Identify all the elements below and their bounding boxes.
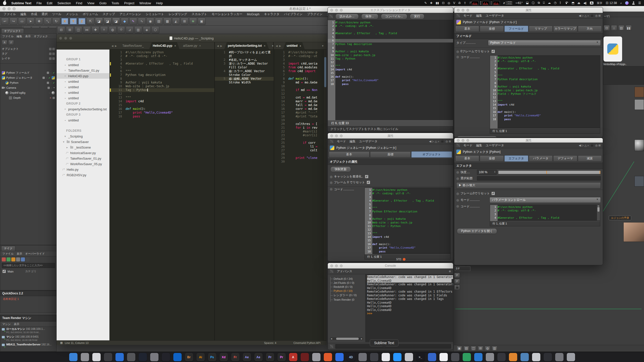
tab-nav-arrows[interactable]: ◀▶ bbox=[274, 42, 283, 49]
dock-app-icon[interactable] bbox=[439, 353, 448, 361]
editor-tab[interactable]: untitled● bbox=[283, 42, 305, 49]
status-icon[interactable]: ⬓ bbox=[526, 1, 529, 5]
take-main-label[interactable]: Main bbox=[8, 270, 14, 273]
c4d-tool-button[interactable]: ◈ bbox=[143, 26, 151, 33]
status-icon[interactable]: ❖ bbox=[430, 1, 433, 5]
c4d-window-controls[interactable] bbox=[3, 7, 16, 10]
c4d-tool-button[interactable]: ◉ bbox=[146, 18, 154, 25]
strip-button[interactable]: ▤ bbox=[464, 346, 469, 351]
console-log[interactable]: RemoteCodeRunner: code was changed in 1 … bbox=[366, 274, 453, 342]
status-icon[interactable]: ◎ bbox=[448, 1, 450, 5]
dock-app-icon[interactable]: Pr bbox=[277, 353, 286, 361]
teamrender-title[interactable]: Team Render マシン bbox=[0, 315, 56, 321]
teamrender-menu-item[interactable]: マシン bbox=[2, 322, 11, 326]
object-tree-row[interactable]: Python ::✓ bbox=[0, 80, 56, 85]
sublime-titlebar[interactable]: HelloC4D.pyp — _Scripting bbox=[57, 34, 327, 42]
attr-tab[interactable]: オブジェクト bbox=[411, 151, 452, 158]
apple-menu-icon[interactable] bbox=[3, 1, 6, 5]
console-tree-item[interactable]: Python (0 / 10) bbox=[331, 289, 365, 293]
fast-user-switch-icon[interactable] bbox=[632, 2, 635, 5]
take-search-input[interactable]: <<検索したい文字をここに入力>> bbox=[2, 263, 55, 268]
tab-nav-arrows[interactable]: ◀▶ bbox=[215, 42, 224, 49]
dock-app-icon[interactable]: >_ bbox=[416, 353, 425, 361]
sidebar-item[interactable]: ● untitled bbox=[57, 79, 109, 84]
mini-tool-button[interactable]: ▮▮ bbox=[626, 25, 632, 31]
spotlight-icon[interactable]: ⌕ bbox=[620, 1, 622, 5]
menubar-menu-item[interactable]: Window bbox=[139, 1, 151, 5]
attr-eff-code-editor[interactable]: 1#!/usr/bin/env python2# -*- coding: utf… bbox=[490, 205, 600, 221]
take-panel-tab[interactable]: テイク bbox=[1, 246, 15, 251]
c4d-tool-button[interactable]: ✚ bbox=[92, 26, 99, 33]
sidebar-item[interactable]: /* historicalSaver.py bbox=[57, 150, 109, 156]
attr-eff-check[interactable]: ◎フレーム0でリセット✓ bbox=[454, 190, 603, 196]
dock-app-icon[interactable]: Fr bbox=[231, 353, 239, 361]
objects-menu-item[interactable]: 編集 bbox=[17, 34, 22, 38]
dock-app-icon[interactable] bbox=[335, 353, 344, 361]
c4d-menu-item[interactable]: ツール bbox=[52, 12, 61, 16]
dock-app-icon[interactable] bbox=[451, 353, 459, 361]
object-state-icons[interactable]: ::✓ bbox=[43, 76, 56, 79]
attr-tab[interactable]: リマップ bbox=[529, 26, 553, 32]
dock-app-icon[interactable] bbox=[301, 353, 309, 361]
take-menu-item[interactable]: ファイル bbox=[2, 252, 14, 256]
input-source-badge[interactable]: A bbox=[590, 2, 593, 5]
attr-gen-object-row[interactable]: Python ジェネレータ [Python ジェネレータ] bbox=[328, 144, 453, 151]
c4d-menu-item[interactable]: アニメーション bbox=[119, 12, 141, 16]
c4d-menu-item[interactable]: MoGraph bbox=[247, 13, 260, 16]
dock-app-icon[interactable] bbox=[509, 353, 517, 361]
sidebar-item[interactable]: /* RGB2HSV.py bbox=[57, 172, 109, 178]
drag-grip-icon[interactable] bbox=[456, 144, 460, 147]
drag-grip-icon[interactable] bbox=[330, 269, 333, 273]
attr-field-code-editor[interactable]: 1#!/usr/bin/env python2# -*- coding: utf… bbox=[490, 56, 600, 128]
dock-app-icon[interactable] bbox=[463, 353, 471, 361]
take-icon-dark[interactable] bbox=[26, 257, 30, 261]
c4d-menu-item[interactable]: スナップ bbox=[103, 12, 115, 16]
editor-tab[interactable]: pertySelectorSetting.txt× bbox=[224, 42, 269, 49]
menubar-menu-item[interactable]: File bbox=[36, 1, 42, 5]
syntax-setting[interactable]: Cinema4d Python API bbox=[293, 341, 320, 344]
status-icon[interactable]: ⓘ bbox=[532, 1, 535, 5]
dock-app-icon[interactable]: 4D bbox=[347, 353, 355, 361]
strip-button[interactable]: ▣ bbox=[457, 346, 462, 351]
status-icon[interactable]: ▮▮ bbox=[436, 1, 439, 5]
dock-app-icon[interactable] bbox=[520, 353, 529, 361]
attr-eff-object-row[interactable]: Python エフェクタ [Python] bbox=[454, 148, 603, 155]
lock-button[interactable] bbox=[454, 285, 460, 290]
menubar-menu-item[interactable]: Project bbox=[124, 1, 134, 5]
mode-dropdown[interactable]: パラメータコントロール bbox=[490, 197, 601, 203]
expr-code-editor[interactable]: 1#!/usr/bin/env python2# -*- coding: utf… bbox=[328, 20, 453, 120]
console-tree-item[interactable]: Team Render (0 bbox=[331, 298, 365, 302]
menubar-app-name[interactable]: Sublime Text bbox=[11, 1, 31, 5]
attr-tab[interactable]: 座標 bbox=[370, 151, 411, 158]
python-preview-card[interactable] bbox=[603, 36, 622, 62]
attr-tab[interactable]: 減衰 bbox=[578, 155, 602, 162]
scene-thumbnail[interactable] bbox=[603, 66, 644, 85]
attr-nav-icons[interactable]: ◀ ▷ △ ⌕ ◎ ⊞ bbox=[579, 144, 601, 147]
c4d-tool-button[interactable]: Z bbox=[78, 18, 86, 25]
notification-center-icon[interactable]: ☰ bbox=[638, 1, 641, 5]
c4d-tool-button[interactable]: ⋈ bbox=[83, 26, 91, 33]
dock-app-icon[interactable] bbox=[162, 353, 170, 361]
c4d-menu-item[interactable]: 作成 bbox=[31, 12, 37, 16]
dock-app-icon[interactable] bbox=[104, 353, 112, 361]
c4d-tool-button[interactable]: ⌗ bbox=[100, 26, 108, 33]
dock-app-icon[interactable]: Ae bbox=[243, 353, 251, 361]
frame-field[interactable]: 0 F bbox=[455, 266, 470, 271]
status-icon[interactable]: V bbox=[453, 1, 455, 5]
c4d-menu-item[interactable]: キャラクタ bbox=[264, 12, 279, 16]
status-icon[interactable]: ᛒ bbox=[559, 1, 561, 5]
wifi-icon[interactable] bbox=[565, 2, 568, 5]
menubar-menu-item[interactable]: Tools bbox=[111, 1, 119, 5]
sidebar-item[interactable]: FOLDERS bbox=[57, 128, 109, 133]
c4d-tool-button[interactable]: ⬡ bbox=[151, 26, 159, 33]
console-titlebar[interactable]: Console bbox=[328, 263, 453, 268]
strip-button[interactable]: ◍ bbox=[485, 346, 490, 351]
objects-menu-item[interactable]: 表示 bbox=[25, 34, 31, 38]
teamrender-machine-row[interactable]: MBA11_TeamRenderServer 192.16... bbox=[0, 342, 56, 347]
teamrender-menu-item[interactable]: 表示 bbox=[14, 322, 19, 326]
selection-input[interactable] bbox=[477, 176, 601, 180]
material-thumbnail[interactable] bbox=[634, 140, 644, 151]
quickdocs-title[interactable]: QuickDocs 2.2 bbox=[0, 291, 56, 296]
attr-menu-item[interactable]: ユーザデータ bbox=[486, 14, 504, 18]
objects-menu-item[interactable]: オブジェク bbox=[34, 34, 48, 38]
